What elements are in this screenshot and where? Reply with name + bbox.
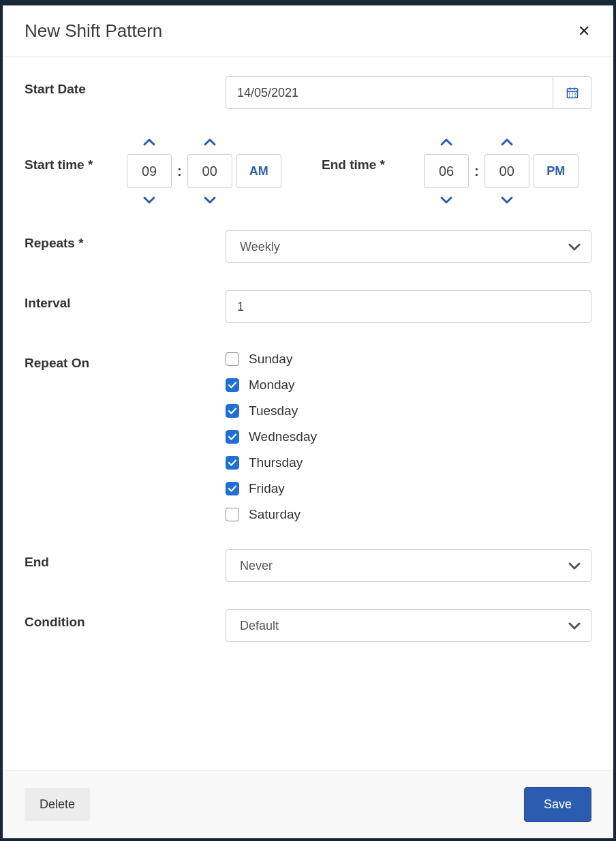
repeats-label: Repeats * (25, 230, 226, 251)
end-select-wrap: Never (226, 549, 591, 582)
end-hour-input[interactable] (424, 154, 469, 188)
chevron-down-icon (500, 195, 514, 204)
interval-row: Interval (25, 290, 591, 323)
close-button[interactable]: ✕ (575, 21, 593, 42)
day-label: Thursday (249, 455, 303, 470)
condition-select-wrap: Default (226, 609, 591, 642)
close-icon: ✕ (578, 22, 590, 40)
start-date-control (226, 76, 591, 109)
save-button[interactable]: Save (524, 787, 591, 822)
repeat-on-item: Thursday (226, 455, 317, 470)
check-icon (228, 408, 236, 414)
start-hour-up[interactable] (141, 136, 157, 149)
start-date-input[interactable] (226, 76, 553, 109)
condition-label: Condition (25, 609, 226, 630)
repeats-select-wrap: Weekly (226, 230, 591, 263)
chevron-up-icon (203, 138, 217, 147)
repeat-on-row: Repeat On SundayMondayTuesdayWednesdayTh… (25, 350, 591, 522)
calendar-button[interactable] (553, 76, 591, 109)
time-separator: : (176, 164, 183, 179)
chevron-up-icon (500, 138, 514, 147)
modal-footer: Delete Save (3, 770, 613, 838)
check-icon (228, 485, 236, 492)
repeat-on-item: Saturday (226, 507, 317, 522)
condition-row: Condition Default (25, 609, 591, 642)
chevron-down-icon (203, 195, 217, 204)
day-checkbox[interactable] (226, 404, 239, 418)
condition-select[interactable]: Default (226, 609, 591, 642)
modal-body: Start Date (3, 57, 613, 770)
start-time-label: Start time * (25, 136, 127, 206)
day-checkbox[interactable] (226, 352, 239, 366)
repeat-on-list: SundayMondayTuesdayWednesdayThursdayFrid… (226, 350, 317, 522)
end-hour-spinner (424, 136, 469, 206)
check-icon (228, 433, 236, 440)
day-label: Saturday (249, 507, 301, 522)
repeat-on-item: Friday (226, 481, 317, 496)
start-date-row: Start Date (25, 76, 591, 109)
chevron-down-icon (142, 195, 156, 204)
start-date-label: Start Date (25, 76, 226, 97)
end-time-label: End time * (322, 136, 424, 206)
repeats-select[interactable]: Weekly (226, 230, 591, 263)
start-ampm-toggle[interactable]: AM (236, 154, 281, 188)
repeats-row: Repeats * Weekly (25, 230, 591, 263)
check-icon (228, 382, 236, 388)
time-row: Start time * : (25, 136, 591, 206)
start-time-group: Start time * : (25, 136, 294, 206)
repeat-on-item: Tuesday (226, 403, 317, 418)
start-minute-input[interactable] (187, 154, 232, 188)
day-checkbox[interactable] (226, 430, 239, 444)
start-hour-down[interactable] (141, 194, 157, 206)
modal-title: New Shift Pattern (25, 20, 162, 42)
chevron-down-icon (440, 195, 453, 204)
repeat-on-label: Repeat On (25, 350, 226, 371)
delete-button[interactable]: Delete (25, 788, 90, 821)
end-hour-down[interactable] (438, 194, 455, 206)
end-minute-spinner (484, 136, 529, 206)
start-time-controls: : AM (127, 136, 281, 206)
start-minute-down[interactable] (202, 194, 218, 206)
end-time-controls: : PM (424, 136, 579, 206)
day-label: Monday (249, 378, 295, 393)
end-minute-down[interactable] (499, 194, 515, 206)
check-icon (228, 459, 236, 466)
day-label: Sunday (249, 352, 292, 367)
day-checkbox[interactable] (226, 508, 239, 521)
end-row: End Never (25, 549, 591, 582)
day-checkbox[interactable] (226, 378, 239, 392)
end-hour-up[interactable] (438, 136, 455, 149)
end-ampm-toggle[interactable]: PM (534, 154, 579, 188)
start-minute-up[interactable] (202, 136, 218, 149)
repeat-on-item: Sunday (226, 352, 317, 367)
repeat-on-item: Monday (226, 378, 317, 393)
interval-label: Interval (25, 290, 226, 311)
new-shift-pattern-modal: New Shift Pattern ✕ Start Date (3, 5, 613, 838)
day-label: Wednesday (249, 429, 317, 444)
end-minute-up[interactable] (499, 136, 515, 149)
day-label: Friday (249, 481, 285, 496)
chevron-up-icon (440, 138, 453, 147)
day-checkbox[interactable] (226, 456, 239, 470)
day-label: Tuesday (249, 403, 298, 418)
day-checkbox[interactable] (226, 482, 239, 495)
modal-header: New Shift Pattern ✕ (3, 5, 613, 57)
end-minute-input[interactable] (484, 154, 529, 188)
end-select[interactable]: Never (226, 549, 591, 582)
interval-input[interactable] (226, 290, 591, 323)
chevron-up-icon (142, 138, 156, 147)
end-time-group: End time * : (322, 136, 591, 206)
time-separator: : (473, 164, 480, 179)
start-minute-spinner (187, 136, 232, 206)
start-hour-input[interactable] (127, 154, 172, 188)
calendar-icon (566, 86, 579, 100)
end-label: End (25, 549, 226, 570)
start-hour-spinner (127, 136, 172, 206)
repeat-on-item: Wednesday (226, 429, 317, 444)
